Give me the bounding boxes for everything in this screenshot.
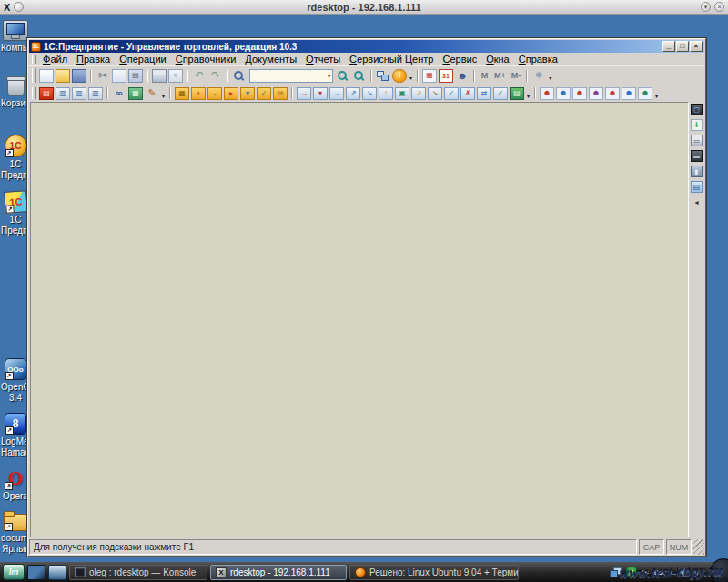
shield-status-icon[interactable]: ✓ [626, 567, 637, 577]
counterparty-icon-6[interactable]: ☻ [622, 87, 636, 100]
print-report-icon-2[interactable]: ▥ [72, 87, 86, 100]
print-preview-icon[interactable]: ○ [168, 69, 183, 83]
shade-button[interactable]: ▾ [701, 2, 711, 12]
file-manager-icon[interactable] [48, 565, 66, 580]
host-titlebar[interactable]: X rdesktop - 192.168.1.111 ▾ × [0, 0, 728, 15]
edit-pencil-icon[interactable]: ✎ [145, 87, 159, 100]
info-icon[interactable]: i [392, 69, 407, 83]
screenshot-tool-icon[interactable] [677, 567, 690, 577]
windows-panel-icon[interactable] [376, 69, 390, 83]
window-titlebar[interactable]: 1С 1С:Предприятие - Управление торговлей… [29, 40, 704, 53]
edit-caret[interactable]: ▾ [160, 88, 167, 99]
doc-operation-icon-11[interactable]: ✗ [460, 87, 475, 100]
service-print-icon[interactable]: ▭ [691, 135, 703, 146]
menu-item[interactable]: Сервисный Центр [345, 54, 438, 65]
new-document-icon[interactable] [39, 69, 54, 83]
side-collapse-icon[interactable]: ◂ [691, 196, 703, 208]
start-menu-button[interactable]: lm [3, 564, 25, 580]
doc-operation-icon-6[interactable]: ↑ [379, 87, 393, 100]
panel-corner-widget[interactable] [710, 558, 728, 582]
doc-operation-icon-4[interactable]: ↗ [346, 87, 360, 100]
service-table-add-icon[interactable]: + [691, 119, 703, 131]
service-document-icon[interactable]: ▤ [691, 181, 703, 193]
search-combobox[interactable]: ▾ [249, 69, 333, 83]
print-report-icon-1[interactable]: ▥ [56, 87, 70, 100]
find-settings-icon[interactable] [352, 69, 367, 83]
doc-operation-icon-1[interactable]: → [297, 87, 311, 100]
print-icon[interactable] [152, 69, 167, 83]
menu-item[interactable]: Операции [115, 54, 170, 65]
service-cash-drawer-icon[interactable]: ▬ [691, 150, 703, 162]
counterparty-icon-7[interactable]: ☻ [638, 87, 652, 100]
cash-register-icon-1[interactable]: ▦ [175, 87, 189, 100]
counterparty-caret[interactable]: ▾ [653, 88, 660, 99]
counterparty-icon-5[interactable]: ☻ [605, 87, 620, 100]
minimize-button[interactable]: _ [662, 41, 675, 52]
doc-operation-icon-3[interactable]: → [329, 87, 344, 100]
taskbar-task-firefox[interactable]: Решено: Linux Ubuntu 9.04 + Терминал [349, 565, 519, 580]
journal-caret[interactable]: ▾ [525, 88, 531, 99]
service-computer-icon[interactable]: ▢ [691, 104, 703, 115]
counterparty-icon-4[interactable]: ☻ [589, 87, 603, 100]
find-next-icon[interactable] [336, 69, 350, 83]
print-report-icon-3[interactable]: ▥ [88, 87, 103, 100]
undo-icon[interactable]: ↶ [192, 69, 207, 83]
table-grid-icon[interactable]: ▦ [128, 87, 143, 100]
cash-register-icon-6[interactable]: ✓ [257, 87, 271, 100]
show-desktop-icon[interactable] [27, 565, 46, 580]
menu-item[interactable]: Документы [240, 54, 301, 65]
menu-item[interactable]: Правка [72, 54, 115, 65]
find-icon[interactable] [232, 69, 247, 83]
menu-item[interactable]: Файл [38, 54, 72, 65]
tray-expander-icon[interactable]: ◂ [694, 568, 698, 577]
users-icon[interactable]: ☻ [455, 69, 470, 83]
counterparty-icon-1[interactable]: ☻ [540, 87, 554, 100]
keyboard-layout-indicator[interactable]: us [653, 567, 663, 577]
m-plus-button[interactable]: M+ [492, 69, 508, 83]
green-journal-icon[interactable]: ▤ [510, 87, 524, 100]
cash-register-icon-5[interactable]: ▾ [240, 87, 255, 100]
doc-operation-icon-12[interactable]: ⇄ [477, 87, 491, 100]
volume-icon[interactable]: ♪ [668, 567, 672, 577]
m-button[interactable]: M [479, 69, 490, 83]
doc-operation-icon-10[interactable]: ✓ [444, 87, 459, 100]
paste-icon[interactable]: ▤ [128, 69, 143, 83]
counterparty-icon-3[interactable]: ☻ [572, 87, 587, 100]
cut-icon[interactable]: ✂ [96, 69, 110, 83]
desktop-icon-1c-enterprise-2[interactable]: 1С ↗ 1С Предприятие [1, 191, 30, 236]
desktop-icon-1c-enterprise[interactable]: 1С ↗ 1С Предприятие [1, 135, 30, 180]
open-icon[interactable] [56, 69, 70, 83]
save-icon[interactable] [72, 69, 86, 83]
close-button[interactable]: × [714, 2, 724, 12]
menu-item[interactable]: Справочники [171, 54, 241, 65]
documents-journal-icon[interactable]: ▤ [39, 87, 54, 100]
doc-operation-icon-8[interactable]: ↗ [411, 87, 426, 100]
desktop-icon-opera[interactable]: O ↗ Opera [1, 467, 30, 502]
service-flash-drive-icon[interactable]: ▮ [691, 166, 703, 177]
resize-grip[interactable] [693, 539, 704, 555]
menu-item[interactable]: Сервис [438, 54, 481, 65]
desktop-icon-computer[interactable]: Компьютер [1, 20, 30, 54]
desktop-icon-documents[interactable]: ↗ documents Ярлык [1, 509, 30, 554]
clipboard-tool-icon[interactable]: ✂ [642, 567, 649, 577]
cash-register-icon-3[interactable]: - [207, 87, 222, 100]
doc-operation-icon-5[interactable]: ↘ [362, 87, 377, 100]
cash-register-icon-4[interactable]: ▸ [224, 87, 238, 100]
taskbar-task-rdesktop[interactable]: X rdesktop - 192.168.1.111 [210, 565, 347, 580]
network-monitor-icon[interactable] [610, 567, 622, 577]
cash-register-icon-2[interactable]: + [191, 87, 206, 100]
menu-item[interactable]: Отчеты [301, 54, 345, 65]
doc-operation-icon-7[interactable]: ▣ [395, 87, 410, 100]
service-tool-icon[interactable]: ✱ [531, 69, 546, 83]
desktop-icon-openoffice[interactable]: OOo ↗ OpenOffice 3.4 [1, 358, 30, 403]
service-tool-caret[interactable]: ▾ [547, 70, 553, 81]
binoculars-icon[interactable]: ∞ [112, 87, 126, 100]
taskbar-task-konsole[interactable]: oleg : rdesktop — Konsole [69, 565, 207, 580]
info-caret[interactable]: ▾ [408, 70, 414, 81]
close-window-button[interactable]: × [690, 41, 703, 52]
copy-icon[interactable] [112, 69, 126, 83]
window-menu-button[interactable] [14, 2, 24, 12]
redo-icon[interactable]: ↷ [208, 69, 223, 83]
counterparty-icon-2[interactable]: ☻ [556, 87, 571, 100]
m-minus-button[interactable]: M- [510, 69, 523, 83]
